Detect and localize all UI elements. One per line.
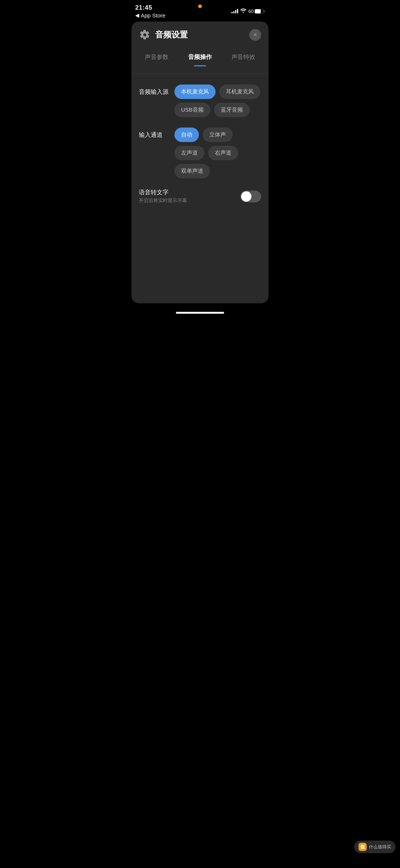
back-label: App Store bbox=[141, 12, 166, 19]
input-channel-label: 输入通道 bbox=[139, 128, 169, 139]
status-bar: 21:45 ◀ App Store 60 bbox=[128, 0, 272, 19]
audio-input-headphone-mic[interactable]: 耳机麦克风 bbox=[219, 85, 260, 99]
audio-input-source-section: 音频输入源 本机麦克风 耳机麦克风 USB音频 蓝牙音频 bbox=[131, 85, 269, 117]
toggle-label-area: 语音转文字 开启后将实时显示字幕 bbox=[139, 189, 187, 204]
signal-icon bbox=[231, 9, 238, 13]
channel-stereo[interactable]: 立体声 bbox=[203, 128, 233, 142]
channel-right[interactable]: 右声道 bbox=[208, 146, 238, 160]
orange-indicator bbox=[198, 4, 202, 8]
tab-audio-ops[interactable]: 音频操作 bbox=[182, 50, 218, 65]
input-channel-section: 输入通道 自动 立体声 左声道 右声道 双单声道 bbox=[131, 128, 269, 178]
speech-to-text-sublabel: 开启后将实时显示字幕 bbox=[139, 197, 187, 204]
status-right: 60 bbox=[231, 8, 265, 14]
speech-to-text-row: 语音转文字 开启后将实时显示字幕 bbox=[139, 189, 261, 204]
close-button[interactable]: × bbox=[249, 29, 261, 41]
speech-to-text-label: 语音转文字 bbox=[139, 189, 187, 197]
title-area: 音频设置 bbox=[139, 29, 188, 41]
channel-left[interactable]: 左声道 bbox=[174, 146, 204, 160]
channel-dual-mono[interactable]: 双单声道 bbox=[174, 164, 210, 178]
status-left: 21:45 ◀ App Store bbox=[135, 4, 166, 19]
gear-icon bbox=[139, 29, 151, 41]
card-header: 音频设置 × bbox=[131, 22, 269, 47]
audio-input-builtin-mic[interactable]: 本机麦克风 bbox=[174, 85, 216, 99]
speech-to-text-toggle[interactable] bbox=[240, 191, 261, 202]
wifi-icon bbox=[240, 8, 246, 14]
tabs-nav: 声音参数 音频操作 声音特效 bbox=[131, 47, 269, 65]
audio-input-bluetooth-audio[interactable]: 蓝牙音频 bbox=[214, 103, 250, 117]
home-indicator bbox=[128, 306, 272, 319]
tab-sound-params[interactable]: 声音参数 bbox=[139, 50, 174, 65]
settings-card: 音频设置 × 声音参数 音频操作 声音特效 音频输入源 本机麦克风 耳机麦克风 … bbox=[131, 22, 269, 303]
input-channel-options: 自动 立体声 左声道 右声道 双单声道 bbox=[174, 128, 261, 178]
tab-sound-effects[interactable]: 声音特效 bbox=[226, 50, 261, 65]
audio-input-row: 音频输入源 本机麦克风 耳机麦克风 USB音频 蓝牙音频 bbox=[139, 85, 261, 117]
status-time: 21:45 bbox=[135, 4, 166, 11]
tab-divider bbox=[131, 74, 269, 74]
back-nav[interactable]: ◀ App Store bbox=[135, 12, 166, 19]
speech-to-text-section: 语音转文字 开启后将实时显示字幕 bbox=[131, 189, 269, 204]
toggle-knob bbox=[241, 191, 251, 202]
close-icon: × bbox=[253, 32, 257, 38]
input-channel-row: 输入通道 自动 立体声 左声道 右声道 双单声道 bbox=[139, 128, 261, 178]
battery-icon: 60 bbox=[249, 9, 265, 14]
audio-input-usb-audio[interactable]: USB音频 bbox=[174, 103, 210, 117]
card-title: 音频设置 bbox=[155, 29, 188, 40]
battery-level: 60 bbox=[249, 9, 254, 14]
svg-rect-1 bbox=[255, 9, 261, 13]
audio-input-label: 音频输入源 bbox=[139, 85, 169, 96]
back-chevron-icon: ◀ bbox=[135, 12, 139, 18]
home-bar bbox=[176, 312, 224, 314]
channel-auto[interactable]: 自动 bbox=[174, 128, 199, 142]
audio-input-options: 本机麦克风 耳机麦克风 USB音频 蓝牙音频 bbox=[174, 85, 261, 117]
